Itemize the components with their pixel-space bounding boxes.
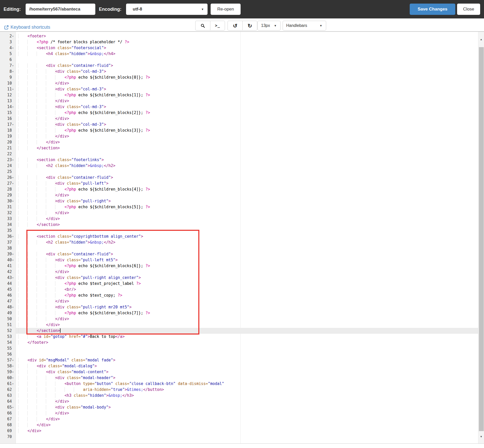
code-line-text[interactable]: <div class="pull-right mr20 mt5">	[16, 304, 478, 310]
code-line[interactable]: 59▾ <div class="modal-content">	[0, 369, 478, 375]
fold-toggle-icon[interactable]: ▾	[12, 33, 15, 39]
line-number[interactable]: 3	[0, 39, 16, 45]
code-line-text[interactable]: </div>	[16, 428, 478, 434]
line-number[interactable]: 46	[0, 293, 16, 298]
line-number[interactable]: 63	[0, 393, 16, 399]
line-number[interactable]: 62	[0, 387, 16, 393]
fold-toggle-icon[interactable]: ▾	[12, 275, 15, 281]
fold-toggle-icon[interactable]: ▾	[12, 375, 15, 381]
code-line-text[interactable]: </div>	[16, 399, 478, 404]
code-line-text[interactable]: <a id="gotop" href="#">Back to top</a>	[16, 334, 478, 340]
fold-toggle-icon[interactable]: ▾	[12, 404, 15, 410]
fold-toggle-icon[interactable]: ▾	[12, 257, 15, 263]
redo-button[interactable]: ↻	[242, 21, 257, 30]
line-number[interactable]: 50	[0, 316, 16, 322]
code-line[interactable]: 62 aria-hidden="true">&times;</button>	[0, 387, 478, 393]
code-line[interactable]: 12 <?php echo ${$children_blocks[1]}; ?>	[0, 92, 478, 98]
line-number[interactable]: 5	[0, 51, 16, 57]
code-line[interactable]: 28 <?php echo ${$children_blocks[4]}; ?>	[0, 186, 478, 192]
line-number[interactable]: 10	[0, 80, 16, 86]
line-number[interactable]: 52	[0, 328, 16, 334]
code-line-text[interactable]: <div class="col-md-3">	[16, 104, 478, 110]
code-line-text[interactable]	[16, 169, 478, 175]
code-line[interactable]: 30▾ <div class="pull-right">	[0, 198, 478, 204]
fold-toggle-icon[interactable]: ▾	[12, 251, 15, 257]
code-line-text[interactable]: </div>	[16, 322, 478, 328]
code-line[interactable]: 4▾ <section class="footersocial">	[0, 45, 478, 51]
line-number[interactable]: 28	[0, 186, 16, 192]
code-line-text[interactable]	[16, 346, 478, 351]
code-line[interactable]: 54 </footer>	[0, 340, 478, 346]
fold-toggle-icon[interactable]: ▾	[12, 122, 15, 128]
code-line[interactable]: 58▾ <div class="modal-dialog">	[0, 363, 478, 369]
code-line[interactable]: 47 </div>	[0, 298, 478, 304]
code-line[interactable]: 26▾ <div class="container-fluid">	[0, 175, 478, 181]
code-line-text[interactable]: </div>	[16, 269, 478, 275]
fold-toggle-icon[interactable]: ▾	[12, 363, 15, 369]
line-number[interactable]: 34	[0, 222, 16, 228]
line-number[interactable]: 9	[0, 75, 16, 80]
code-line-text[interactable]: <?php echo ${$children_blocks[2]}; ?>	[16, 110, 478, 116]
code-line[interactable]: 9 <?php echo ${$children_blocks[0]}; ?>	[0, 75, 478, 80]
keyboard-shortcuts-link[interactable]: Keyboard shortcuts	[4, 25, 50, 30]
code-line[interactable]: 44 <?php echo $text_project_label ?>	[0, 281, 478, 287]
line-number[interactable]: 4▾	[0, 45, 16, 51]
code-line-text[interactable]: <h4 class="hidden">&nbsp;</h4>	[16, 51, 478, 57]
code-line-text[interactable]: </div>	[16, 98, 478, 104]
line-number[interactable]: 65▾	[0, 404, 16, 410]
code-line-text[interactable]: <?php echo ${$children_blocks[6]}; ?>	[16, 263, 478, 269]
scroll-down-button[interactable]: ▼	[478, 431, 484, 442]
line-number[interactable]: 69	[0, 428, 16, 434]
line-number[interactable]: 64	[0, 399, 16, 404]
line-number[interactable]: 12	[0, 92, 16, 98]
code-line-text[interactable]: </div>	[16, 316, 478, 322]
code-line[interactable]: 55	[0, 346, 478, 351]
code-editor[interactable]: 12▾ <footer>3 <?php /* footer blocks pla…	[0, 32, 484, 443]
encoding-select[interactable]: utf-8 ▼	[126, 4, 208, 15]
code-line[interactable]: 56	[0, 351, 478, 357]
code-line-text[interactable]	[16, 245, 478, 251]
code-line[interactable]: 48▾ <div class="pull-right mr20 mt5">	[0, 304, 478, 310]
fold-toggle-icon[interactable]: ▾	[12, 381, 15, 387]
code-line-text[interactable]: <div class="modal-dialog">	[16, 363, 478, 369]
code-line-text[interactable]: <?php echo $text_copy; ?>	[16, 293, 478, 298]
line-number[interactable]: 54	[0, 340, 16, 346]
line-number[interactable]: 60▾	[0, 375, 16, 381]
code-line-text[interactable]: </div>	[16, 416, 478, 422]
code-line-text[interactable]: <div class="pull-right align_center">	[16, 275, 478, 281]
close-button[interactable]: Close	[457, 4, 480, 15]
code-line[interactable]: 35	[0, 228, 478, 234]
code-line[interactable]: 49 <?php echo ${$children_blocks[7]}; ?>	[0, 310, 478, 316]
code-line-text[interactable]: <h2 class="hidden">&nbsp;</h2>	[16, 239, 478, 245]
code-line[interactable]: 25	[0, 169, 478, 175]
code-line-text[interactable]: </div>	[16, 133, 478, 139]
line-number[interactable]: 15	[0, 110, 16, 116]
code-line-text[interactable]: <section class="copyrightbottom align_ce…	[16, 234, 478, 239]
code-line-text[interactable]: <?php /* footer blocks placeholder */ ?>	[16, 39, 478, 45]
line-number[interactable]: 53	[0, 334, 16, 340]
code-line-text[interactable]: </footer>	[16, 340, 478, 346]
fold-toggle-icon[interactable]: ▾	[12, 45, 15, 51]
font-size-select[interactable]: 13px ▼	[258, 21, 281, 30]
code-line-text[interactable]: </div>	[16, 216, 478, 222]
code-line[interactable]: 19 </div>	[0, 133, 478, 139]
line-number[interactable]: 21	[0, 145, 16, 151]
code-line-text[interactable]: </div>	[16, 192, 478, 198]
line-number[interactable]: 26▾	[0, 175, 16, 181]
code-line[interactable]: 21 </section>	[0, 145, 478, 151]
line-number[interactable]: 56	[0, 351, 16, 357]
code-line-text[interactable]	[16, 228, 478, 234]
code-line[interactable]: 14▾ <div class="col-md-3">	[0, 104, 478, 110]
line-number[interactable]: 31	[0, 204, 16, 210]
code-line[interactable]: 60▾ <div class="modal-header">	[0, 375, 478, 381]
fold-toggle-icon[interactable]: ▾	[12, 304, 15, 310]
code-line[interactable]: 63 <h3 class="hidden">&nbsp;</h3>	[0, 393, 478, 399]
code-line-text[interactable]: <div class="container-fluid">	[16, 251, 478, 257]
line-number[interactable]: 17▾	[0, 122, 16, 128]
code-line[interactable]: 10 </div>	[0, 80, 478, 86]
code-line[interactable]: 7▾ <div class="container-fluid">	[0, 63, 478, 69]
code-line[interactable]: 6	[0, 57, 478, 63]
code-line-text[interactable]: <?php echo ${$children_blocks[5]}; ?>	[16, 204, 478, 210]
code-line-text[interactable]: <?php echo ${$children_blocks[4]}; ?>	[16, 186, 478, 192]
line-number[interactable]: 59▾	[0, 369, 16, 375]
